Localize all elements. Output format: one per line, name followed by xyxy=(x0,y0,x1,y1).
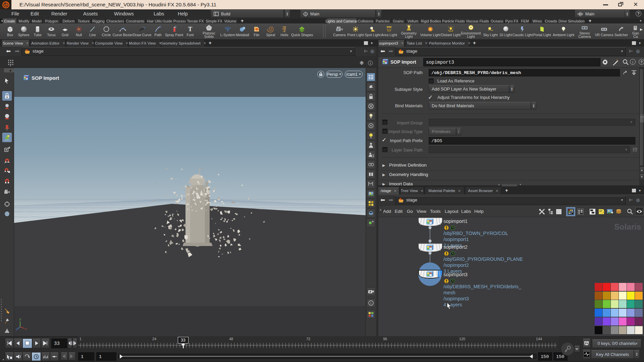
svg-text:i: i xyxy=(371,301,372,305)
svg-text:24: 24 xyxy=(152,337,156,341)
svg-text:x: x xyxy=(25,327,27,330)
svg-text:72: 72 xyxy=(306,337,310,341)
svg-text:1: 1 xyxy=(79,337,82,341)
svg-text:96: 96 xyxy=(383,337,387,341)
svg-text:z: z xyxy=(16,328,17,331)
svg-text:T: T xyxy=(188,26,192,33)
svg-text:48: 48 xyxy=(229,337,233,341)
svg-text:y: y xyxy=(19,317,21,321)
svg-text:120: 120 xyxy=(459,337,465,341)
svg-text:144: 144 xyxy=(536,337,542,341)
